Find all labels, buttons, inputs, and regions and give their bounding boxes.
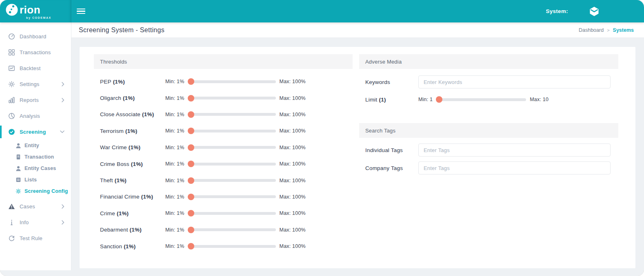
slider-track[interactable]	[188, 130, 276, 132]
individual-tags-input[interactable]	[418, 144, 611, 157]
company-tags-row: Company Tags	[365, 161, 611, 174]
sidebar-item-transactions[interactable]: Transactions	[0, 44, 71, 60]
slider-knob[interactable]	[188, 95, 194, 102]
slider-min-label: Min: 1%	[165, 178, 184, 183]
brand-byline: by CODEMAX	[26, 16, 71, 19]
threshold-label: Sanction(1%)	[100, 243, 165, 250]
sidebar-item-label: Info	[20, 219, 29, 225]
sidebar-item-label: Backtest	[20, 65, 40, 71]
menu-toggle-icon[interactable]	[76, 6, 86, 17]
sidebar: Dashboard Transactions Backtest	[0, 22, 71, 270]
keywords-input[interactable]	[418, 75, 611, 88]
slider-max-label: Max: 100%	[280, 243, 306, 249]
slider-track[interactable]	[188, 228, 276, 231]
slider-knob[interactable]	[188, 78, 194, 85]
breadcrumb-dashboard[interactable]: Dashboard	[579, 27, 604, 33]
sidebar-item-settings[interactable]: Settings	[0, 76, 71, 92]
slider-knob[interactable]	[188, 128, 194, 134]
threshold-row-debarment: Debarment(1%) Min: 1% Max: 100%	[94, 222, 353, 238]
slider-knob[interactable]	[188, 210, 194, 216]
slider-track[interactable]	[188, 80, 276, 83]
bar-chart-icon	[8, 97, 15, 104]
system-cube-icon[interactable]	[588, 6, 600, 17]
slider-min-label: Min: 1%	[165, 145, 184, 150]
check-circle-icon	[8, 128, 15, 135]
slider-knob[interactable]	[188, 161, 194, 167]
sidebar-item-lists[interactable]: Lists	[0, 174, 71, 185]
slider-min-label: Min: 1%	[165, 194, 184, 200]
sidebar-item-backtest[interactable]: Backtest	[0, 60, 71, 76]
slider-track[interactable]	[188, 113, 276, 116]
gauge-icon	[8, 33, 15, 40]
sidebar-item-entity[interactable]: Entity	[0, 140, 71, 151]
slider-track[interactable]	[188, 179, 276, 182]
gear-icon	[16, 188, 21, 194]
adverse-media-panel-title: Adverse Media	[359, 54, 618, 69]
sidebar-item-label: Lists	[24, 177, 37, 183]
slider-track[interactable]	[188, 146, 276, 149]
slider-track[interactable]	[188, 163, 276, 166]
slider-max-label: Max: 100%	[280, 178, 306, 183]
slider-knob[interactable]	[188, 243, 194, 250]
receipt-icon	[16, 154, 21, 160]
threshold-row-war-crime: War Crime(1%) Min: 1% Max: 100%	[94, 139, 353, 156]
sidebar-item-info[interactable]: Info	[0, 214, 71, 230]
breadcrumb-systems[interactable]: Systems	[613, 27, 634, 33]
sidebar-item-dashboard[interactable]: Dashboard	[0, 29, 71, 44]
slider-knob[interactable]	[188, 144, 194, 151]
refresh-icon	[8, 235, 15, 242]
chart-frame-icon	[8, 65, 15, 72]
slider-knob[interactable]	[436, 96, 442, 103]
brand-wordmark: rion	[20, 4, 40, 15]
threshold-label: Debarment(1%)	[100, 227, 165, 233]
slider-knob[interactable]	[188, 177, 194, 184]
sidebar-item-label: Test Rule	[20, 235, 42, 241]
sidebar-item-label: Cases	[20, 203, 35, 210]
sidebar-item-entity-cases[interactable]: Entity Cases	[0, 163, 71, 174]
slider-min-label: Min: 1%	[165, 95, 184, 101]
settings-card: Thresholds PEP(1%) Min: 1% Max: 100%	[80, 47, 635, 268]
threshold-row-sanction: Sanction(1%) Min: 1% Max: 100%	[94, 238, 353, 254]
slider-min-label: Min: 1%	[165, 243, 184, 249]
keywords-label: Keywords	[365, 79, 418, 85]
threshold-slider: Min: 1% Max: 100%	[165, 128, 306, 134]
list-box-icon	[16, 177, 21, 183]
threshold-label: War Crime(1%)	[100, 144, 165, 150]
person-icon	[16, 166, 21, 171]
slider-track[interactable]	[188, 245, 276, 248]
company-tags-input[interactable]	[418, 161, 611, 174]
slider-track[interactable]	[188, 195, 276, 198]
slider-max-label: Max: 100%	[280, 210, 306, 216]
slider-knob[interactable]	[188, 111, 194, 118]
chevron-down-icon	[60, 130, 64, 133]
slider-knob[interactable]	[188, 227, 194, 233]
slider-track[interactable]	[436, 98, 526, 101]
threshold-row-crime-boss: Crime Boss(1%) Min: 1% Max: 100%	[94, 156, 353, 172]
grid-icon	[8, 49, 15, 56]
sidebar-item-test-rule[interactable]: Test Rule	[0, 230, 71, 246]
slider-knob[interactable]	[188, 194, 194, 200]
thresholds-panel: Thresholds PEP(1%) Min: 1% Max: 100%	[94, 54, 353, 268]
slider-min-label: Min: 1%	[165, 161, 184, 167]
threshold-slider: Min: 1% Max: 100%	[165, 112, 306, 117]
slider-min-label: Min: 1%	[165, 227, 184, 233]
threshold-slider: Min: 1% Max: 100%	[165, 161, 306, 167]
threshold-label: Financial Crime(1%)	[100, 194, 165, 200]
sidebar-item-analysis[interactable]: Analysis	[0, 108, 71, 124]
slider-track[interactable]	[188, 97, 276, 99]
sidebar-item-screening-config[interactable]: Screening Config	[0, 185, 71, 197]
sidebar-item-label: Reports	[20, 97, 39, 103]
threshold-label: PEP(1%)	[100, 79, 165, 85]
sidebar-item-reports[interactable]: Reports	[0, 92, 71, 108]
sidebar-item-cases[interactable]: Cases	[0, 199, 71, 214]
brand-logo[interactable]: rion by CODEMAX	[0, 0, 71, 22]
threshold-slider: Min: 1% Max: 100%	[165, 178, 306, 183]
sidebar-item-label: Analysis	[20, 113, 40, 119]
threshold-slider: Min: 1% Max: 100%	[165, 145, 306, 150]
sidebar-item-screening[interactable]: Screening	[0, 124, 71, 140]
slider-min-label: Min: 1%	[165, 112, 184, 117]
sidebar-item-transaction[interactable]: Transaction	[0, 151, 71, 163]
threshold-row-terrorism: Terrorism(1%) Min: 1% Max: 100%	[94, 123, 353, 139]
slider-track[interactable]	[188, 212, 276, 215]
page-title: Screening System - Settings	[79, 26, 164, 34]
